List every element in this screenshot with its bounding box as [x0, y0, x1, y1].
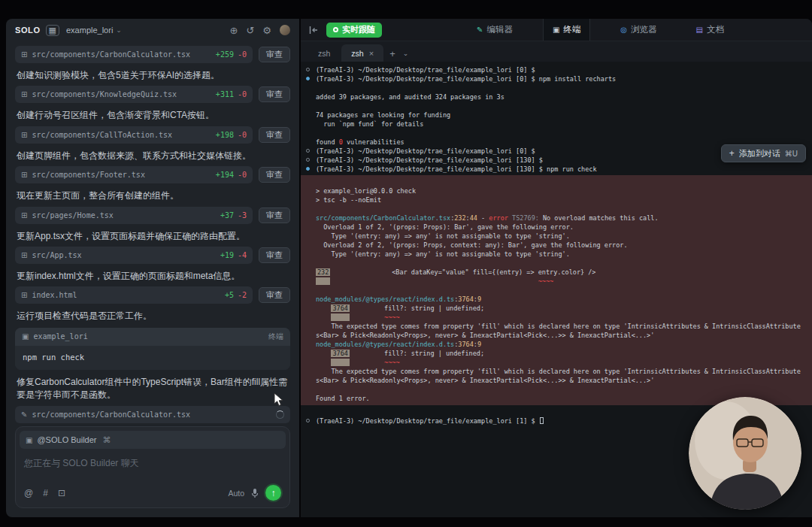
new-chat-icon[interactable]: ⊕ [230, 26, 238, 35]
file-chip[interactable]: ⊞src/components/CarbonCalculator.tsx+259… [15, 46, 253, 63]
terminal-text [316, 304, 331, 312]
diff-icon: ⊞ [21, 171, 27, 179]
terminal-text: s<Bar> & Pick<Readonly<Props>, never> & … [316, 377, 654, 384]
terminal-card[interactable]: ▣example_lori终端npm run check [15, 328, 290, 370]
tab-browser[interactable]: ◎浏览器 [611, 19, 665, 41]
file-change-row: ⊞src/components/CallToAction.tsx+198-0审查 [15, 126, 290, 144]
live-follow-badge[interactable]: 实时跟随 [326, 23, 382, 38]
review-button[interactable]: 审查 [259, 86, 290, 102]
shell-tab-label: zsh [351, 49, 363, 58]
history-icon[interactable]: ↺ [246, 26, 254, 35]
terminal-line: added 39 packages, and audited 324 packa… [301, 92, 812, 101]
close-icon[interactable]: × [369, 49, 374, 58]
live-follow-label: 实时跟随 [342, 24, 375, 35]
terminal-cursor [540, 417, 544, 424]
file-change-row: ⊞src/App.tsx+19-4审查 [15, 247, 290, 264]
review-button[interactable]: 审查 [259, 247, 290, 263]
terminal-text [316, 359, 331, 366]
terminal-text: 232 [454, 214, 465, 222]
diff-stats: +37-3 [220, 211, 247, 220]
review-button[interactable]: 审查 [259, 127, 290, 143]
shell-tab[interactable]: zsh× [341, 44, 383, 62]
terminal-text: 9 [477, 341, 481, 348]
file-path: src/components/KnowledgeQuiz.tsx [32, 90, 177, 98]
microphone-icon[interactable] [251, 488, 259, 498]
added-lines: +37 [220, 211, 234, 220]
add-to-chat-shortcut: ⌘U [785, 150, 798, 158]
file-change-row: ⊞index.html+5-2审查 [15, 286, 290, 304]
diff-icon: ⊞ [21, 50, 27, 59]
agent-context-chip[interactable]: ▣ @SOLO Builder ⌘ [20, 431, 286, 449]
mention-icon[interactable]: @ [24, 488, 33, 498]
file-path: node_modules/@types/react/index.d.ts [316, 295, 454, 303]
assistant-message: 运行项目检查代码是否正常工作。 [17, 310, 289, 323]
terminal-icon: ▣ [553, 26, 559, 34]
shell-tab[interactable]: zsh [308, 44, 340, 62]
file-path: src/components/CallToAction.tsx [32, 131, 172, 139]
collapse-panel-icon[interactable] [308, 26, 319, 35]
file-path: src/components/CarbonCalculator.tsx [316, 214, 450, 222]
project-selector[interactable]: example_lori ⌄ [66, 26, 122, 35]
terminal-line: (TraeAI-3) ~/Desktop/Desktop/trae_file/e… [301, 74, 812, 83]
terminal-text: 3764 [458, 341, 473, 348]
solo-brand: SOLO [15, 26, 41, 35]
file-path: src/App.tsx [32, 251, 81, 259]
hash-icon[interactable]: # [43, 488, 48, 498]
review-button[interactable]: 审查 [259, 167, 290, 183]
terminal-line [301, 385, 812, 394]
tab-editor[interactable]: ✎编辑器 [468, 19, 522, 41]
solo-mode-icon[interactable]: ▦ [46, 25, 59, 36]
image-icon[interactable]: ⊡ [58, 488, 65, 498]
review-button[interactable]: 审查 [259, 207, 290, 223]
removed-lines: -0 [238, 90, 247, 98]
terminal-text: 74 packages are looking for funding [316, 111, 450, 119]
terminal-text [330, 277, 538, 285]
error-output-block: > example_lori@0.0.0 check> tsc -b --noE… [301, 175, 812, 405]
file-chip[interactable]: ⊞src/components/KnowledgeQuiz.tsx+311-0 [15, 86, 253, 103]
terminal-line: The expected type comes from property 'f… [301, 322, 812, 331]
terminal-text: Overload 1 of 2, '(props: Props): Bar', … [316, 223, 574, 231]
terminal-line: Overload 1 of 2, '(props: Props): Bar', … [301, 223, 812, 232]
conversation-steps[interactable]: ⊞src/components/CarbonCalculator.tsx+259… [6, 41, 299, 423]
chat-input-placeholder: 您正在与 SOLO Builder 聊天 [24, 458, 139, 468]
add-to-chat-button[interactable]: + 添加到对话 ⌘U [721, 144, 806, 162]
terminal-text: 3764 [331, 350, 349, 357]
diff-stats: +194-0 [216, 171, 247, 179]
shell-tabs: zshzsh× [308, 44, 383, 62]
tab-label: 终端 [563, 24, 580, 35]
diff-stats: +259-0 [216, 50, 247, 59]
review-button[interactable]: 审查 [259, 287, 290, 303]
review-button[interactable]: 审查 [259, 47, 290, 62]
terminal-text: vulnerabilities [343, 138, 404, 146]
diff-stats: +311-0 [216, 90, 247, 98]
profile-avatar[interactable] [280, 25, 290, 35]
terminal-line [301, 129, 812, 138]
chat-input[interactable]: 您正在与 SOLO Builder 聊天 [20, 449, 286, 483]
send-button[interactable]: ↑ [265, 485, 281, 501]
file-chip[interactable]: ⊞src/App.tsx+19-4 [15, 247, 253, 264]
auto-mode-selector[interactable]: Auto [228, 489, 244, 498]
terminal-text [331, 313, 349, 321]
assistant-message: 更新App.tsx文件，设置页面标题并确保正确的路由配置。 [17, 230, 289, 243]
prompt-status-icon [306, 167, 310, 171]
file-chip[interactable]: ⊞src/pages/Home.tsx+37-3 [15, 207, 253, 224]
tab-terminal[interactable]: ▣终端 [543, 19, 590, 41]
project-name: example_lori [66, 26, 113, 35]
file-chip[interactable]: ⊞src/components/CallToAction.tsx+198-0 [15, 126, 253, 144]
terminal-text: TS2769: [508, 214, 543, 222]
terminal-text: (TraeAI-3) ~/Desktop/Desktop/trae_file/e… [316, 66, 535, 74]
terminal-dropdown-icon[interactable]: ⌄ [401, 50, 411, 62]
file-chip[interactable]: ✎src/components/CarbonCalculator.tsx [15, 406, 290, 423]
new-terminal-button[interactable]: + [385, 48, 400, 62]
settings-icon[interactable]: ⚙ [262, 26, 271, 35]
terminal-line: run `npm fund` for details [301, 120, 812, 129]
file-chip[interactable]: ⊞index.html+5-2 [15, 286, 253, 304]
prompt-status-icon [306, 149, 310, 153]
terminal-line: (TraeAI-3) ~/Desktop/Desktop/trae_file/e… [301, 65, 812, 74]
terminal-line: node_modules/@types/react/index.d.ts:376… [301, 340, 812, 349]
tab-docs[interactable]: ▤文档 [687, 19, 733, 41]
browser-icon: ◎ [620, 26, 627, 34]
file-chip[interactable]: ⊞src/components/Footer.tsx+194-0 [15, 166, 253, 183]
mouse-cursor [274, 392, 284, 407]
plus-icon: + [729, 148, 735, 159]
